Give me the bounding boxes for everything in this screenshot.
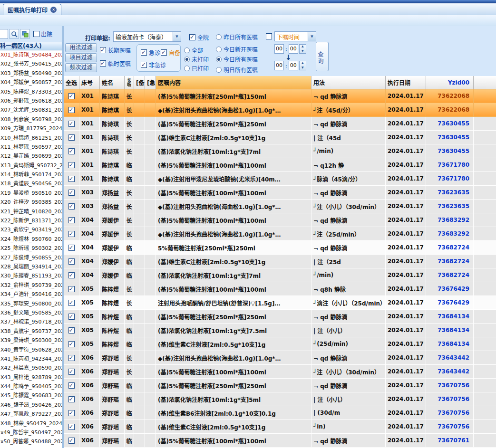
patient-list-item[interactable]: X30_陈撄睿_851193_2024 <box>0 271 62 280</box>
temp-order-check[interactable]: 临时医嘱 <box>100 59 131 67</box>
radio-unprinted[interactable] <box>184 57 190 62</box>
time-from-spinner[interactable]: 00 : 00 <box>274 44 306 54</box>
order-table-row[interactable]: X01 陈诗琪 长 (基)浓氯化钠注射液[10ml:1g*支]7ml ┘/min… <box>64 144 496 158</box>
scope-today-all-radio[interactable]: 今日所有医嘱 <box>216 55 258 63</box>
row-checkbox[interactable] <box>68 93 75 99</box>
radio-today-all[interactable] <box>216 57 222 62</box>
row-checkbox[interactable] <box>68 314 75 320</box>
order-table-row[interactable]: X06 郑舒瑶 长 ◆(基)注射用头孢曲松钠(海曲松1.0g)[1.0g*… ¬… <box>64 351 496 365</box>
patient-list-item[interactable]: X11_林梦瑶_950597_2024 <box>0 143 62 152</box>
order-table-row[interactable]: X04 郑媛伊 临 (基)维生素C注射液[2ml:0.5g*10支]1g | 注… <box>64 255 496 268</box>
row-checkbox[interactable] <box>68 410 75 416</box>
patient-list-item[interactable]: X04_郑媛伊_950857_2024 <box>0 78 62 87</box>
combo-dropdown-icon[interactable] <box>173 32 181 41</box>
order-table-row[interactable]: X05 陈梓煜 临 (基)维生素C注射液[2ml:0.5g*10支]1g ┘(2… <box>64 337 496 351</box>
row-checkbox[interactable] <box>68 341 75 347</box>
patient-list-item[interactable]: X44_陈鸣予_950405_2024 <box>0 382 62 391</box>
order-table-row[interactable]: X01 陈诗琪 临 (基)5%葡萄糖注射液[100ml*瓶]100ml ¬ q1… <box>64 158 496 172</box>
tab-close-icon[interactable] <box>50 7 57 13</box>
printstate-printed-radio[interactable]: 已打印 <box>184 64 209 72</box>
scope-today-new-radio[interactable]: 今日新开医嘱 <box>216 45 258 53</box>
row-checkbox[interactable] <box>68 134 75 141</box>
order-table-row[interactable]: X01 陈诗琪 长 (基)5%葡萄糖注射液[250ml*瓶]150ml ¬ qd… <box>64 89 496 103</box>
time-to-spinner[interactable]: 00 : 00 <box>274 61 306 70</box>
patient-list-item[interactable]: X23_俞欣宁_903419_2024 <box>0 225 62 234</box>
header-select-all[interactable]: 全选 <box>64 76 79 89</box>
order-table-row[interactable]: X01 陈诗琪 长 ◆(基)注射用头孢曲松钠(海曲松1.0g)[1.0g*… ┘… <box>64 103 496 117</box>
order-table-row[interactable]: X01 陈诗琪 临 ◆(基)注射用甲泼尼龙琥珀酸钠(尤米乐)[40m… ┘脉滴（… <box>64 172 496 186</box>
patient-list-item[interactable]: X06_郑舒瑶_950618_2024 <box>0 96 62 105</box>
row-checkbox[interactable] <box>68 245 75 251</box>
selfpay-checkbox[interactable] <box>161 49 167 56</box>
patient-list-item[interactable]: X36_舒文曦_950585_2024 <box>0 308 62 317</box>
patient-list-item[interactable]: X43_周梓诺_928789_2024 <box>0 373 62 382</box>
order-table-row[interactable]: X05 陈梓煜 长 (基)5%葡萄糖注射液[100ml*瓶]100ml ¬ q8… <box>64 282 496 296</box>
patient-list-item[interactable]: X24_陈煜林_950760_2024 <box>0 235 62 244</box>
order-table-row[interactable]: X04 郑媛伊 长 (基)5%葡萄糖注射液[100ml*瓶]100ml ¬ qd… <box>64 213 496 227</box>
patient-list-item[interactable]: X45_陈振霆_950683_2024 <box>0 391 62 400</box>
patient-list-item[interactable]: X47_郭胤政_879227_2024 <box>0 410 62 419</box>
item-filter-button[interactable]: 项目过滤 <box>65 53 97 62</box>
longterm-checkbox[interactable] <box>100 47 106 53</box>
order-table-row[interactable]: X01 陈诗琪 长 (基)维生素C注射液[2ml:0.5g*10支]1g | 注… <box>64 131 496 144</box>
row-checkbox[interactable] <box>68 176 75 182</box>
patient-list-item[interactable]: X25_陈昕瑶_950302_2024 <box>0 244 62 253</box>
row-checkbox[interactable] <box>68 190 75 196</box>
order-table-row[interactable]: X03 郑扬益 长 ◆(基)注射用头孢曲松钠(海曲松1.0g)[1.0g*… ┘… <box>64 200 496 213</box>
row-checkbox[interactable] <box>68 396 75 402</box>
patient-list-item[interactable]: X37_林皖诺_950718_2024 <box>0 317 62 326</box>
time-to-hh[interactable]: 00 <box>274 61 284 70</box>
export-button[interactable] <box>20 29 30 39</box>
nonurgent-check[interactable]: 非急诊 <box>141 61 166 69</box>
patient-list-item[interactable]: X05_陈梓煜_873303_2024 <box>0 87 62 96</box>
printstate-unprinted-radio[interactable]: 未打印 <box>184 55 209 63</box>
row-checkbox[interactable] <box>68 369 75 375</box>
scope-tomorrow-radio[interactable]: 明日所有医嘱 <box>216 66 258 74</box>
row-checkbox[interactable] <box>68 355 75 361</box>
order-table-row[interactable]: X01 陈诗琪 长 (基)5%葡萄糖注射液[250ml*瓶]250ml ¬ qd… <box>64 117 496 131</box>
order-table-row[interactable]: X04 郑媛伊 长 ◆(基)注射用头孢曲松钠(海曲松1.0g)[1.0g*… ┘… <box>64 227 496 241</box>
discharge-filter[interactable]: 出院 <box>33 30 52 38</box>
patient-search-input[interactable] <box>0 29 8 39</box>
query-button[interactable]: 查询 <box>316 42 329 71</box>
patient-list-item[interactable]: x49_陈哲宇_950497_2024 <box>0 428 62 437</box>
patient-list-item[interactable]: X12_吴芷嫣_950699_2024 <box>0 152 62 161</box>
search-button[interactable] <box>9 29 19 39</box>
row-checkbox[interactable] <box>68 107 75 113</box>
patient-list-item[interactable]: X14_林昕菲_950174_2024 <box>0 170 62 179</box>
patient-list-item[interactable]: X20_许梓汐_950385_2024 <box>0 198 62 207</box>
time-from-stepper[interactable] <box>299 44 306 54</box>
patient-list-item[interactable]: X08_何彦宸_950798_2024 <box>0 115 62 124</box>
radio-today-new[interactable] <box>216 47 222 52</box>
order-table-row[interactable]: X03 郑扬益 长 (基)5%葡萄糖注射液[100ml*瓶]100ml ¬ qd… <box>64 186 496 200</box>
step-up-icon[interactable] <box>300 61 306 66</box>
print-doc-combobox[interactable]: 输液加药卡（海泰） <box>113 31 181 42</box>
order-table-row[interactable]: X04 郑媛伊 临 5%葡萄糖注射液[250ml*瓶]250ml ¬ qd 静脉… <box>64 241 496 255</box>
patient-list-item[interactable]: X32_俞梓琪_950739_2024 <box>0 281 62 290</box>
patient-list-item[interactable]: X10_林锦煊_861251_2024 <box>0 133 62 143</box>
discharge-checkbox[interactable] <box>33 31 39 37</box>
patient-list-item[interactable]: X07_沈尤辉_950831_2024 <box>0 105 62 114</box>
whole-hospital-checkbox[interactable] <box>189 34 195 40</box>
urgent-check[interactable]: 急诊 <box>141 48 160 57</box>
radio-tomorrow[interactable] <box>216 67 222 73</box>
step-up-icon[interactable] <box>300 45 306 49</box>
patient-list-item[interactable]: X48_林荣_950479_202401 <box>0 419 62 428</box>
row-checkbox[interactable] <box>68 327 75 334</box>
printstate-all-radio[interactable]: 全部 <box>184 46 203 54</box>
usage-filter-button[interactable]: 用法过滤 <box>65 43 97 52</box>
radio-yesterday[interactable] <box>216 34 222 40</box>
temp-checkbox[interactable] <box>100 60 106 67</box>
selfpay-check[interactable]: 自备 <box>161 48 180 57</box>
row-checkbox[interactable] <box>68 382 75 389</box>
time-to-stepper[interactable] <box>299 61 306 70</box>
ordertime-combobox[interactable]: 下嘱时间 <box>274 31 316 41</box>
order-table-row[interactable]: X06 郑舒瑶 临 (基)5%葡萄糖注射液[100ml*瓶]100ml ¬ qd… <box>64 434 496 448</box>
patient-list-item[interactable]: X13_黄玛斯姆_950732_20 <box>0 161 62 170</box>
radio-all[interactable] <box>184 48 190 53</box>
row-checkbox[interactable] <box>68 272 75 278</box>
step-down-icon[interactable] <box>300 66 306 70</box>
radio-printed[interactable] <box>184 66 190 71</box>
patient-list-item[interactable]: X03_郑扬益_950490_2024 <box>0 69 62 78</box>
patient-list-item[interactable]: X39_梁诗琪_950300_2024 <box>0 336 62 345</box>
